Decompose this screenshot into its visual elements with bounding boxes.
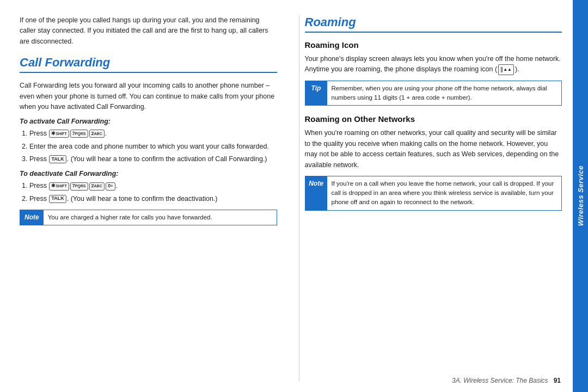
key-7: 7PQRS [70,130,88,138]
key-star-d: ✱SHIFT [49,182,69,191]
deactivate-step-1: Press ✱SHIFT7PQRS2ABC0+. [29,181,277,191]
call-forwarding-title: Call Forwarding [20,56,277,70]
key-0: 0+ [106,182,115,191]
roaming-icon-subtitle: Roaming Icon [305,40,562,50]
key-talk-activate: TALK [49,155,66,163]
activate-heading: To activate Call Forwarding: [20,118,277,125]
right-column: Roaming Roaming Icon Your phone's displa… [299,15,562,381]
activate-steps-list: Press ✱SHIFT7PQRS2ABC. Enter the area co… [29,128,277,164]
roaming-title: Roaming [305,15,562,29]
deactivate-heading: To deactivate Call Forwarding: [20,170,277,177]
key-star: ✱SHIFT [49,130,69,138]
activate-step-1: Press ✱SHIFT7PQRS2ABC. [29,128,277,139]
activate-step-3: Press TALK. (You will hear a tone to con… [29,154,277,164]
intro-paragraph: If one of the people you called hangs up… [20,15,277,47]
roaming-icon-body-end: ). [515,65,519,73]
page-footer: 3A. Wireless Service: The Basics 91 [452,377,561,384]
section-divider-left [20,72,277,73]
call-forwarding-body: Call Forwarding lets you forward all you… [20,81,277,112]
left-column: If one of the people you called hangs up… [20,15,283,381]
activate-step-2: Enter the area code and phone number to … [29,142,277,152]
page-number: 91 [554,377,561,384]
roaming-note-box: Note If you're on a call when you leave … [305,176,562,211]
roaming-signal-icon: ‖▲▲ [498,64,514,75]
note-label-right: Note [305,176,327,210]
key-7-d: 7PQRS [70,182,88,191]
roaming-networks-title: Roaming on Other Networks [305,114,562,124]
deactivate-step-2: Press TALK. (You will hear a tone to con… [29,194,277,204]
deactivate-steps-list: Press ✱SHIFT7PQRS2ABC0+. Press TALK. (Yo… [29,181,277,204]
note-content-left: You are charged a higher rate for calls … [44,210,217,225]
note-content-right: If you're on a call when you leave the h… [327,176,562,210]
roaming-networks-body: When you're roaming on other networks, y… [305,128,562,170]
footer-text: 3A. Wireless Service: The Basics [452,377,548,384]
sidebar-tab-label: Wireless Service [577,166,585,226]
key-2-d: 2ABC [89,182,105,191]
roaming-icon-body-text: Your phone's display screen always lets … [305,55,561,73]
tip-box: Tip Remember, when you are using your ph… [305,81,562,106]
tip-label: Tip [305,81,327,106]
section-divider-right [305,32,562,33]
main-content: If one of the people you called hangs up… [0,0,573,392]
call-forwarding-note-box: Note You are charged a higher rate for c… [20,210,277,225]
roaming-icon-body: Your phone's display screen always lets … [305,54,562,75]
wireless-service-sidebar-tab: Wireless Service [573,0,588,392]
key-talk-deactivate: TALK [49,195,66,203]
note-label-left: Note [20,210,44,225]
tip-content: Remember, when you are using your phone … [327,81,562,106]
key-2: 2ABC [89,130,105,138]
